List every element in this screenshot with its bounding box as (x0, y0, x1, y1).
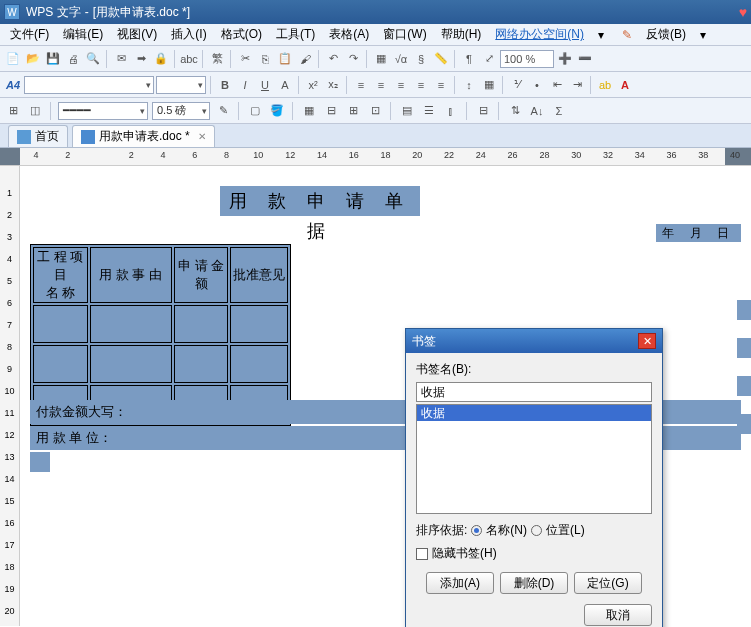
expand-icon[interactable]: ⤢ (480, 50, 498, 68)
forward-icon[interactable]: ➡ (132, 50, 150, 68)
highlight-icon[interactable]: ab (596, 76, 614, 94)
selection-stub (737, 376, 751, 396)
redo-icon[interactable]: ↷ (344, 50, 362, 68)
list-bul-icon[interactable]: • (528, 76, 546, 94)
checkbox-hidden[interactable] (416, 548, 428, 560)
formula-icon[interactable]: √α (392, 50, 410, 68)
indent-dec-icon[interactable]: ⇤ (548, 76, 566, 94)
border-icon[interactable]: ▦ (480, 76, 498, 94)
bookmark-list[interactable]: 收据 (416, 404, 652, 514)
paste-icon[interactable]: 📋 (276, 50, 294, 68)
menu-file[interactable]: 文件(F) (4, 24, 55, 45)
line-spacing-icon[interactable]: ↕ (460, 76, 478, 94)
pencolor-icon[interactable]: ✎ (214, 102, 232, 120)
brush-icon[interactable]: 🖌 (296, 50, 314, 68)
delete-button[interactable]: 删除(D) (500, 572, 568, 594)
line-weight-combo[interactable]: 0.5 磅 (152, 102, 210, 120)
italic-icon[interactable]: I (236, 76, 254, 94)
add-button[interactable]: 添加(A) (426, 572, 494, 594)
distribute-rows-icon[interactable]: ☰ (420, 102, 438, 120)
cut-icon[interactable]: ✂ (236, 50, 254, 68)
mail-icon[interactable]: ✉ (112, 50, 130, 68)
sum-icon[interactable]: Σ (550, 102, 568, 120)
merge-icon[interactable]: ⊟ (322, 102, 340, 120)
fill-icon[interactable]: 🪣 (268, 102, 286, 120)
tab-document[interactable]: 用款申请表.doc * ✕ (72, 125, 215, 147)
menu-window[interactable]: 窗口(W) (377, 24, 432, 45)
indent-inc-icon[interactable]: ⇥ (568, 76, 586, 94)
print-icon[interactable]: 🖨 (64, 50, 82, 68)
line-style-combo[interactable]: ━━━━ (58, 102, 148, 120)
spell-icon[interactable]: abc (180, 50, 198, 68)
goto-button[interactable]: 定位(G) (574, 572, 642, 594)
draw-table-icon[interactable]: ⊞ (4, 102, 22, 120)
sub-icon[interactable]: x₂ (324, 76, 342, 94)
menu-format[interactable]: 格式(O) (215, 24, 268, 45)
autofit-icon[interactable]: ⊟ (474, 102, 492, 120)
table-icon[interactable]: ▦ (372, 50, 390, 68)
selection-stub (737, 414, 751, 434)
save-icon[interactable]: 💾 (44, 50, 62, 68)
menu-edit[interactable]: 编辑(E) (57, 24, 109, 45)
font-combo[interactable] (24, 76, 154, 94)
new-icon[interactable]: 📄 (4, 50, 22, 68)
radio-name[interactable] (471, 525, 482, 536)
dropdown-icon[interactable]: ▾ (694, 26, 712, 44)
split-icon[interactable]: ⊞ (344, 102, 362, 120)
menu-feedback[interactable]: 反馈(B) (640, 24, 692, 45)
size-combo[interactable] (156, 76, 206, 94)
cancel-button[interactable]: 取消 (584, 604, 652, 626)
undo-icon[interactable]: ↶ (324, 50, 342, 68)
align-center-icon[interactable]: ≡ (372, 76, 390, 94)
menu-tools[interactable]: 工具(T) (270, 24, 321, 45)
eraser-icon[interactable]: ◫ (26, 102, 44, 120)
horizontal-ruler[interactable]: 42246810121416182022242628303234363840 (0, 148, 751, 166)
insert-table-icon[interactable]: ▦ (300, 102, 318, 120)
fontcolor-icon[interactable]: A (616, 76, 634, 94)
menu-table[interactable]: 表格(A) (323, 24, 375, 45)
minus-icon[interactable]: ➖ (576, 50, 594, 68)
sort-icon[interactable]: A↓ (528, 102, 546, 120)
close-icon[interactable]: ✕ (638, 333, 656, 349)
bold-icon[interactable]: B (216, 76, 234, 94)
dropdown-icon[interactable]: ▾ (592, 26, 610, 44)
close-tab-icon[interactable]: ✕ (198, 131, 206, 142)
preview-icon[interactable]: 🔍 (84, 50, 102, 68)
super-icon[interactable]: x² (304, 76, 322, 94)
underline-icon[interactable]: U (256, 76, 274, 94)
lock-icon[interactable]: 🔒 (152, 50, 170, 68)
menu-remote[interactable]: 网络办公空间(N) (489, 24, 590, 45)
menu-view[interactable]: 视图(V) (111, 24, 163, 45)
section-icon[interactable]: § (412, 50, 430, 68)
bookmark-name-input[interactable] (416, 382, 652, 402)
text-dir-icon[interactable]: ⇅ (506, 102, 524, 120)
zoom-combo[interactable]: 100 % (500, 50, 554, 68)
doc-tab-icon (81, 130, 95, 144)
align-right-icon[interactable]: ≡ (392, 76, 410, 94)
menu-help[interactable]: 帮助(H) (435, 24, 488, 45)
copy-icon[interactable]: ⎘ (256, 50, 274, 68)
radio-location[interactable] (531, 525, 542, 536)
th-approval: 批准意见 (230, 247, 287, 303)
vertical-ruler[interactable]: 123456789101112131415161718192021 (0, 166, 20, 626)
cell-align-icon[interactable]: ▤ (398, 102, 416, 120)
style-a-icon[interactable]: A4 (4, 76, 22, 94)
ruler-icon[interactable]: 📏 (432, 50, 450, 68)
dotmark-icon[interactable]: A (276, 76, 294, 94)
menu-insert[interactable]: 插入(I) (165, 24, 212, 45)
align-justify-icon[interactable]: ≡ (412, 76, 430, 94)
trad-icon[interactable]: 繁 (208, 50, 226, 68)
tab-home[interactable]: 首页 (8, 125, 68, 147)
align-dist-icon[interactable]: ≡ (432, 76, 450, 94)
dialog-titlebar[interactable]: 书签 ✕ (406, 329, 662, 353)
list-num-icon[interactable]: ⅟ (508, 76, 526, 94)
align-left-icon[interactable]: ≡ (352, 76, 370, 94)
border-outer-icon[interactable]: ▢ (246, 102, 264, 120)
open-icon[interactable]: 📂 (24, 50, 42, 68)
distribute-cols-icon[interactable]: ⫿ (442, 102, 460, 120)
split-table-icon[interactable]: ⊡ (366, 102, 384, 120)
para-icon[interactable]: ¶ (460, 50, 478, 68)
list-item[interactable]: 收据 (417, 405, 651, 421)
plus-icon[interactable]: ➕ (556, 50, 574, 68)
doc-title: 用 款 申 请 单 据 (220, 186, 420, 216)
